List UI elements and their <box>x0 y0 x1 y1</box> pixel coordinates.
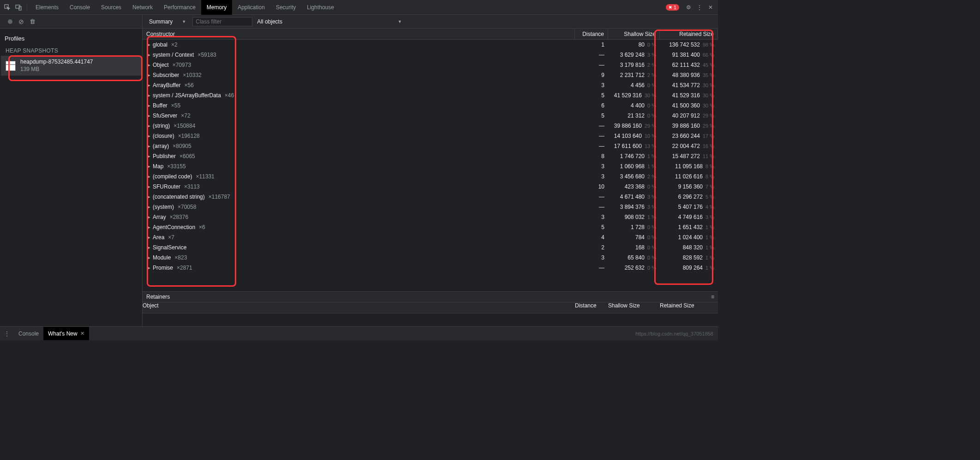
table-row[interactable]: ▶(compiled code)×1133133 456 6802 %11 02… <box>143 171 718 182</box>
drawer-tab-console[interactable]: Console <box>14 327 43 341</box>
tab-performance[interactable]: Performance <box>158 0 201 15</box>
tab-elements[interactable]: Elements <box>30 0 64 15</box>
tab-lighthouse[interactable]: Lighthouse <box>301 0 340 15</box>
disclosure-triangle-icon[interactable]: ▶ <box>146 103 151 108</box>
disclosure-triangle-icon[interactable]: ▶ <box>146 235 151 240</box>
disclosure-triangle-icon[interactable]: ▶ <box>146 73 151 77</box>
retainers-col-shallow[interactable]: Shallow Size <box>608 302 660 313</box>
table-row[interactable]: ▶Array×283763908 0321 %4 749 6163 % <box>143 212 718 222</box>
col-constructor[interactable]: Constructor <box>143 29 575 39</box>
col-shallow[interactable]: Shallow Size <box>608 29 660 39</box>
constructor-name: Module <box>153 254 171 261</box>
shallow-pct: 3 % <box>647 52 656 58</box>
scope-dropdown[interactable]: All objects ▼ <box>257 18 402 25</box>
disclosure-triangle-icon[interactable]: ▶ <box>146 144 151 148</box>
disclosure-triangle-icon[interactable]: ▶ <box>146 195 151 199</box>
disclosure-triangle-icon[interactable]: ▶ <box>146 124 151 128</box>
table-row[interactable]: ▶(system)×70058—3 894 3763 %5 407 1764 % <box>143 202 718 212</box>
tab-memory[interactable]: Memory <box>201 0 232 15</box>
retainers-menu-icon[interactable]: ≡ <box>711 294 714 300</box>
device-toggle-icon[interactable] <box>13 2 24 13</box>
disclosure-triangle-icon[interactable]: ▶ <box>146 184 151 189</box>
disclosure-triangle-icon[interactable]: ▶ <box>146 174 151 179</box>
table-row[interactable]: ▶Buffer×5564 4000 %41 500 36030 % <box>143 100 718 111</box>
table-row[interactable]: ▶system / Context×59183—3 629 2483 %91 3… <box>143 50 718 60</box>
view-dropdown-label: Summary <box>149 18 173 25</box>
table-row[interactable]: ▶Subscriber×1033292 231 7122 %48 380 936… <box>143 70 718 80</box>
col-distance[interactable]: Distance <box>575 29 608 39</box>
tab-console[interactable]: Console <box>64 0 96 15</box>
retainers-col-object[interactable]: Object <box>143 302 575 313</box>
disclosure-triangle-icon[interactable]: ▶ <box>146 265 151 270</box>
constructor-count: ×150884 <box>173 123 195 129</box>
error-badge[interactable]: 1 <box>666 4 679 11</box>
constructor-name: (string) <box>153 123 170 129</box>
table-row[interactable]: ▶SfuServer×72521 3120 %40 207 91229 % <box>143 111 718 121</box>
snapshot-item[interactable]: heapdump-87532485.441747 139 MB <box>1 56 141 76</box>
table-row[interactable]: ▶SFURouter×311310423 3680 %9 156 3607 % <box>143 182 718 192</box>
disclosure-triangle-icon[interactable]: ▶ <box>146 53 151 57</box>
retained-pct: 30 % <box>703 103 714 108</box>
close-icon[interactable]: ✕ <box>705 2 716 13</box>
disclosure-triangle-icon[interactable]: ▶ <box>146 154 151 159</box>
retained-pct: 7 % <box>705 184 714 189</box>
settings-icon[interactable]: ⚙ <box>683 2 694 13</box>
retainers-panel: Retainers ≡ Object Distance Shallow Size… <box>143 291 718 326</box>
clear-icon[interactable]: ⊘ <box>16 16 27 27</box>
disclosure-triangle-icon[interactable]: ▶ <box>146 245 151 250</box>
disclosure-triangle-icon[interactable]: ▶ <box>146 205 151 209</box>
table-row[interactable]: ▶Object×70973—3 179 8162 %62 111 43245 % <box>143 60 718 70</box>
disclosure-triangle-icon[interactable]: ▶ <box>146 113 151 118</box>
retainers-col-distance[interactable]: Distance <box>575 302 608 313</box>
table-row[interactable]: ▶Publisher×606581 746 7201 %15 487 27211… <box>143 151 718 161</box>
tab-sources[interactable]: Sources <box>96 0 127 15</box>
retained-pct: 8 % <box>705 174 714 179</box>
shallow-pct: 0 % <box>647 83 656 88</box>
drawer-menu-icon[interactable]: ⋮ <box>0 330 14 337</box>
retained-value: 41 534 772 <box>672 82 700 88</box>
constructor-count: ×56 <box>184 82 193 88</box>
disclosure-triangle-icon[interactable]: ▶ <box>146 225 151 230</box>
grid-body[interactable]: ▶global×21800 %136 742 53298 %▶system / … <box>143 40 718 291</box>
table-row[interactable]: ▶(closure)×196128—14 103 64010 %23 660 2… <box>143 131 718 141</box>
table-row[interactable]: ▶AgentConnection×651 7280 %1 651 4321 % <box>143 222 718 232</box>
table-row[interactable]: ▶(array)×80905—17 611 60013 %22 004 4721… <box>143 141 718 151</box>
inspect-icon[interactable] <box>2 2 13 13</box>
tab-network[interactable]: Network <box>127 0 158 15</box>
disclosure-triangle-icon[interactable]: ▶ <box>146 255 151 260</box>
delete-icon[interactable]: 🗑 <box>27 16 38 27</box>
table-row[interactable]: ▶system / JSArrayBufferData×46541 529 31… <box>143 90 718 100</box>
shallow-value: 2 231 712 <box>620 72 645 78</box>
constructor-count: ×28376 <box>170 214 188 220</box>
disclosure-triangle-icon[interactable]: ▶ <box>146 215 151 219</box>
constructor-count: ×3113 <box>184 183 200 190</box>
class-filter-input[interactable] <box>192 17 252 26</box>
tab-application[interactable]: Application <box>232 0 270 15</box>
table-row[interactable]: ▶(string)×150884—39 886 16029 %39 886 16… <box>143 121 718 131</box>
table-row[interactable]: ▶Promise×2871—252 6320 %809 2641 % <box>143 263 718 273</box>
table-row[interactable]: ▶SignalService21680 %848 3201 % <box>143 242 718 253</box>
disclosure-triangle-icon[interactable]: ▶ <box>146 42 151 47</box>
drawer-tab-whatsnew[interactable]: What's New ✕ <box>43 327 89 341</box>
view-dropdown[interactable]: Summary ▼ <box>147 18 188 25</box>
disclosure-triangle-icon[interactable]: ▶ <box>146 164 151 169</box>
distance-value: — <box>599 133 604 139</box>
disclosure-triangle-icon[interactable]: ▶ <box>146 63 151 67</box>
disclosure-triangle-icon[interactable]: ▶ <box>146 93 151 98</box>
disclosure-triangle-icon[interactable]: ▶ <box>146 134 151 138</box>
record-icon[interactable] <box>5 16 16 27</box>
table-row[interactable]: ▶ArrayBuffer×5634 4560 %41 534 77230 % <box>143 80 718 90</box>
retainers-col-retained[interactable]: Retained Size <box>660 302 718 313</box>
table-row[interactable]: ▶Map×3315531 060 9681 %11 095 1688 % <box>143 161 718 171</box>
close-icon[interactable]: ✕ <box>80 330 84 336</box>
table-row[interactable]: ▶global×21800 %136 742 53298 % <box>143 40 718 50</box>
table-row[interactable]: ▶Area×747840 %1 024 4001 % <box>143 232 718 242</box>
more-icon[interactable]: ⋮ <box>694 2 705 13</box>
tab-security[interactable]: Security <box>270 0 301 15</box>
disclosure-triangle-icon[interactable]: ▶ <box>146 83 151 88</box>
col-retained[interactable]: Retained Size <box>660 29 718 39</box>
devtools-panel: ElementsConsoleSourcesNetworkPerformance… <box>0 0 718 340</box>
constructor-name: Area <box>153 234 164 241</box>
table-row[interactable]: ▶Module×823365 8400 %828 5921 % <box>143 253 718 263</box>
table-row[interactable]: ▶(concatenated string)×116787—4 671 4803… <box>143 192 718 202</box>
